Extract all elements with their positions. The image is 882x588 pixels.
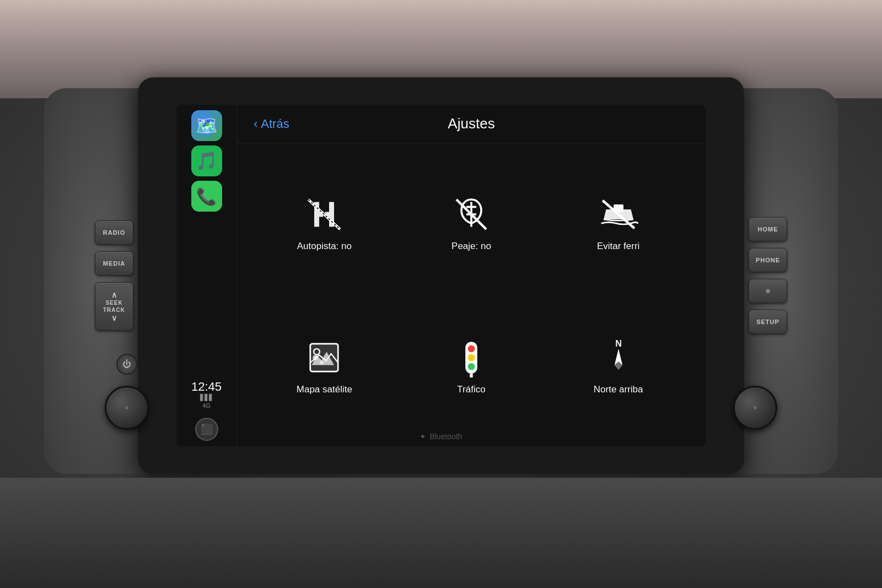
dashboard: RADIO MEDIA ∧ SEEK TRACK ∨ ⏻ HOME PHONE … <box>0 0 882 588</box>
sidebar: G 🗺️ 🎵 📞 12: <box>176 105 237 446</box>
time-signal-block: 12:45 ▋▋▋ 4G <box>191 380 222 413</box>
bluetooth-icon: ✦ <box>420 432 426 441</box>
svg-point-14 <box>468 346 475 353</box>
setting-ferri[interactable]: Evitar ferri <box>547 154 689 292</box>
time-display: 12:45 <box>191 380 222 394</box>
track-label: TRACK <box>103 307 125 313</box>
phone-button[interactable]: PHONE <box>749 248 787 272</box>
ferri-label: Evitar ferri <box>597 241 639 252</box>
spotify-icon[interactable]: 🎵 <box>191 145 222 176</box>
bottom-dashboard <box>0 478 882 588</box>
norte-label: Norte arriba <box>594 384 643 395</box>
radio-button[interactable]: RADIO <box>95 220 133 245</box>
screen: G 🗺️ 🎵 📞 12: <box>176 105 706 446</box>
trafico-label: Tráfico <box>457 384 485 395</box>
track-arrow: ∨ <box>111 314 117 322</box>
home-circle-button[interactable]: ⬛ <box>195 418 218 441</box>
svg-point-16 <box>468 363 475 370</box>
right-buttons: HOME PHONE ☆ SETUP <box>749 217 787 334</box>
peaje-label: Peaje: no <box>451 241 491 252</box>
left-controls: ⏻ <box>105 354 149 430</box>
back-label: Atrás <box>261 117 289 131</box>
setting-norte[interactable]: N Norte arriba <box>547 298 689 435</box>
infotainment-unit: RADIO MEDIA ∧ SEEK TRACK ∨ ⏻ HOME PHONE … <box>138 77 744 474</box>
setting-trafico[interactable]: Tráfico <box>401 298 542 435</box>
back-chevron-icon: ‹ <box>254 117 257 131</box>
phone-icon[interactable]: 📞 <box>191 181 222 212</box>
toll-crossed-icon <box>451 195 491 234</box>
autopista-label: Autopista: no <box>297 241 352 252</box>
signal-info: ▋▋▋ 4G <box>191 394 222 409</box>
favorites-button[interactable]: ☆ <box>749 279 787 303</box>
north-arrow-icon: N <box>599 338 638 377</box>
google-maps-icon[interactable]: G 🗺️ <box>191 110 222 141</box>
main-content: ‹ Atrás Ajustes <box>237 105 706 446</box>
setting-mapa-satelite[interactable]: Mapa satélite <box>254 298 395 435</box>
setting-peaje[interactable]: Peaje: no <box>401 154 542 292</box>
traffic-light-icon <box>451 338 491 377</box>
right-controls <box>733 386 777 430</box>
mapa-satelite-label: Mapa satélite <box>297 384 352 395</box>
svg-point-15 <box>468 354 475 362</box>
network-type: 4G <box>202 402 211 409</box>
setup-button[interactable]: SETUP <box>749 310 787 334</box>
screen-title: Ajustes <box>448 115 494 132</box>
volume-knob[interactable] <box>105 386 149 430</box>
svg-rect-17 <box>470 374 472 377</box>
screen-header: ‹ Atrás Ajustes <box>237 105 706 143</box>
settings-grid: Autopista: no <box>237 143 706 446</box>
ferry-crossed-icon <box>599 195 638 234</box>
setting-autopista[interactable]: Autopista: no <box>254 154 395 292</box>
seek-arrow: ∧ <box>111 291 117 299</box>
tuner-knob[interactable] <box>733 386 777 430</box>
media-button[interactable]: MEDIA <box>95 251 133 276</box>
bluetooth-bar: ✦ Bluetooth <box>420 432 462 441</box>
satellite-map-icon <box>304 338 344 377</box>
home-button[interactable]: HOME <box>749 217 787 241</box>
seek-label: SEEK <box>105 300 122 306</box>
seek-track-button[interactable]: ∧ SEEK TRACK ∨ <box>95 282 133 331</box>
back-button[interactable]: ‹ Atrás <box>254 117 289 131</box>
highway-crossed-icon <box>304 195 344 234</box>
bluetooth-label: Bluetooth <box>429 432 462 441</box>
signal-bars: ▋▋▋ <box>200 394 213 401</box>
svg-point-10 <box>320 360 324 364</box>
left-buttons: RADIO MEDIA ∧ SEEK TRACK ∨ <box>95 220 133 331</box>
power-button[interactable]: ⏻ <box>116 354 137 375</box>
